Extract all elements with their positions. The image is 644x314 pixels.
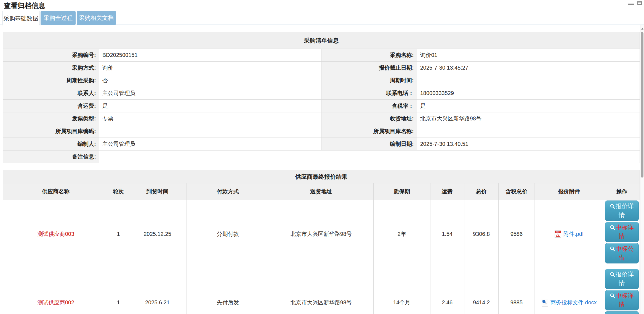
freight-cell: 2.46 xyxy=(430,268,464,314)
table-row: 发票类型: 专票 收货地址: 北京市大兴区新华路98号 xyxy=(3,112,640,125)
magnifier-icon xyxy=(610,272,615,277)
supplier-quote-table: 供应商最终报价结果 供应商名称 轮次 到货时间 付款方式 送货地址 质保期 运费… xyxy=(3,170,640,314)
purchase-info-table-title: 采购清单信息 xyxy=(3,32,640,49)
field-value: 主公司管理员 xyxy=(99,138,321,150)
field-label: 含税率： xyxy=(321,100,417,112)
field-label: 采购名称: xyxy=(321,49,417,61)
purchase-info-table: 采购清单信息 采购编号: BD202500151 采购名称: 询价01 采购方式… xyxy=(3,32,640,163)
award-notice-button[interactable]: 中标公告 xyxy=(605,311,639,314)
total-with-tax-cell: 9885 xyxy=(499,268,534,314)
column-header: 报价附件 xyxy=(534,183,604,200)
total-price-cell: 9414.2 xyxy=(464,268,499,314)
field-value: 北京市大兴区新华路98号 xyxy=(417,112,640,125)
field-value xyxy=(417,74,640,87)
field-label: 周期时间: xyxy=(321,74,417,87)
table-row: 所属项目库编码: 所属项目库名称: xyxy=(3,125,640,138)
supplier-link[interactable]: 测试供应商002 xyxy=(38,299,74,306)
column-header: 含税总价 xyxy=(499,183,534,200)
supplier-link[interactable]: 测试供应商003 xyxy=(38,230,74,238)
column-header: 送货地址 xyxy=(269,183,374,200)
table-row: 测试供应商003 1 2025.12.25 分期付款 北京市大兴区新华路98号 … xyxy=(3,200,640,268)
page-title: 查看归档信息 xyxy=(4,1,45,10)
pdf-file-icon: PDF xyxy=(555,230,561,238)
field-value: 18000333529 xyxy=(417,87,640,99)
quote-table-header: 供应商名称 轮次 到货时间 付款方式 送货地址 质保期 运费 总价 含税总价 报… xyxy=(3,183,640,200)
field-value: 否 xyxy=(99,74,321,87)
field-label: 联系电话： xyxy=(321,87,417,99)
supplier-quote-table-title: 供应商最终报价结果 xyxy=(3,170,640,183)
freight-cell: 1.54 xyxy=(430,200,464,268)
field-label: 备注信息: xyxy=(3,151,99,163)
word-file-icon xyxy=(542,299,548,307)
column-header: 到货时间 xyxy=(128,183,187,200)
maximize-icon[interactable] xyxy=(637,1,642,5)
archive-info-window: 查看归档信息 采购基础数据 采购全过程 采购相关文档 采购清单信息 采购编号: … xyxy=(0,0,644,314)
tab-label: 采购基础数据 xyxy=(4,15,38,22)
column-header: 操作 xyxy=(604,183,640,200)
field-value: 主公司管理员 xyxy=(99,87,321,99)
round-cell: 1 xyxy=(109,268,128,314)
tab-label: 采购全过程 xyxy=(44,14,73,22)
field-label: 含运费: xyxy=(3,100,99,112)
column-header: 质保期 xyxy=(374,183,430,200)
column-header: 付款方式 xyxy=(187,183,269,200)
award-detail-button[interactable]: 中标详情 xyxy=(605,290,639,310)
field-value: 2025-7-30 13:40:51 xyxy=(417,138,640,150)
total-with-tax-cell: 9586 xyxy=(499,200,534,268)
field-value: 专票 xyxy=(99,112,321,125)
delivery-address-cell: 北京市大兴区新华路98号 xyxy=(269,268,374,314)
payment-method-cell: 先付后发 xyxy=(187,268,269,314)
column-header: 轮次 xyxy=(109,183,128,200)
field-label: 编制日期: xyxy=(321,138,417,150)
field-label: 所属项目库编码: xyxy=(3,125,99,138)
scroll-up-arrow-icon[interactable] xyxy=(641,28,643,30)
column-header: 运费 xyxy=(430,183,464,200)
svg-text:PDF: PDF xyxy=(556,231,560,233)
magnifier-icon xyxy=(610,204,615,209)
attachment-link[interactable]: 商务投标文件.docx xyxy=(542,299,597,307)
warranty-cell: 14个月 xyxy=(374,268,430,314)
warranty-cell: 2年 xyxy=(374,200,430,268)
column-header: 供应商名称 xyxy=(3,183,109,200)
field-label: 编制人: xyxy=(3,138,99,150)
payment-method-cell: 分期付款 xyxy=(187,200,269,268)
field-label: 报价截止日期: xyxy=(321,62,417,74)
minimize-icon[interactable] xyxy=(628,4,634,5)
table-row: 采购编号: BD202500151 采购名称: 询价01 xyxy=(3,49,640,61)
quote-detail-button[interactable]: 报价详情 xyxy=(605,269,639,289)
table-row: 测试供应商002 1 2025.6.21 先付后发 北京市大兴区新华路98号 1… xyxy=(3,268,640,314)
field-value xyxy=(417,125,640,138)
table-row: 备注信息: xyxy=(3,150,640,163)
field-value: 是 xyxy=(417,100,640,112)
field-label: 周期性采购: xyxy=(3,74,99,87)
award-detail-button[interactable]: 中标详情 xyxy=(605,222,639,242)
field-label: 联系人: xyxy=(3,87,99,99)
total-price-cell: 9306.8 xyxy=(464,200,499,268)
tab-purchase-related-docs[interactable]: 采购相关文档 xyxy=(77,11,116,25)
scrollbar-thumb[interactable] xyxy=(641,32,643,178)
field-value: 是 xyxy=(99,100,321,112)
field-value xyxy=(99,125,321,138)
field-label: 采购编号: xyxy=(3,49,99,61)
magnifier-icon xyxy=(610,293,615,299)
table-row: 联系人: 主公司管理员 联系电话： 18000333529 xyxy=(3,87,640,99)
quote-detail-button[interactable]: 报价详情 xyxy=(605,200,639,221)
field-label: 收货地址: xyxy=(321,112,417,125)
magnifier-icon xyxy=(610,246,615,252)
column-header: 总价 xyxy=(464,183,499,200)
field-label: 发票类型: xyxy=(3,112,99,125)
delivery-date-cell: 2025.6.21 xyxy=(128,268,187,314)
tab-purchase-basic-data[interactable]: 采购基础数据 xyxy=(2,11,39,25)
magnifier-icon xyxy=(610,225,615,230)
vertical-scrollbar[interactable] xyxy=(640,25,644,314)
field-value: BD202500151 xyxy=(99,49,321,61)
field-value: 询价 xyxy=(99,62,321,74)
attachment-link[interactable]: PDF 附件.pdf xyxy=(555,230,584,238)
tab-purchase-full-process[interactable]: 采购全过程 xyxy=(41,11,76,25)
round-cell: 1 xyxy=(109,200,128,268)
table-row: 周期性采购: 否 周期时间: xyxy=(3,74,640,87)
award-notice-button[interactable]: 中标公告 xyxy=(605,243,639,263)
field-label: 采购方式: xyxy=(3,62,99,74)
delivery-date-cell: 2025.12.25 xyxy=(128,200,187,268)
table-row: 编制人: 主公司管理员 编制日期: 2025-7-30 13:40:51 xyxy=(3,138,640,150)
